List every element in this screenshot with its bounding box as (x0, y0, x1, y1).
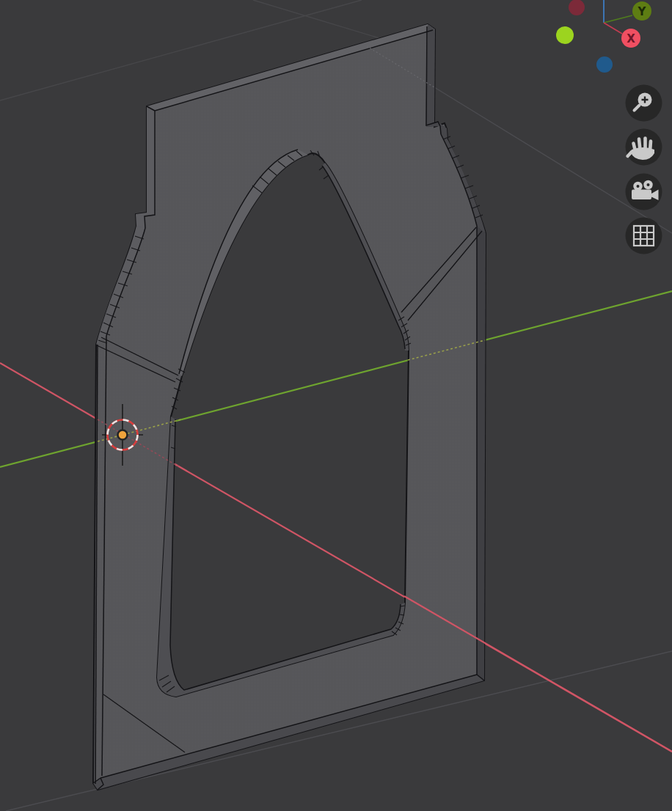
pan-button[interactable] (626, 129, 662, 166)
camera-view-button[interactable] (626, 174, 662, 210)
gizmo-neg-x-handle[interactable] (569, 0, 585, 15)
orthographic-grid-button[interactable] (626, 218, 662, 254)
gizmo-y-handle[interactable]: Y (632, 1, 651, 21)
cursor-center-dot (118, 430, 128, 440)
gizmo-y-label: Y (638, 5, 647, 18)
zoom-button[interactable] (626, 85, 662, 122)
gizmo-neg-z-handle[interactable] (596, 56, 613, 73)
viewport-canvas[interactable]: Y X (0, 0, 672, 811)
blender-3d-viewport: Y X (0, 0, 672, 811)
gizmo-x-label: X (627, 32, 635, 45)
right-upper-side-face (426, 24, 435, 127)
orthographic-grid-button-bg[interactable] (626, 218, 662, 254)
gizmo-x-handle[interactable]: X (621, 29, 640, 48)
right-lower-side-face (477, 226, 486, 680)
gizmo-neg-y-handle[interactable] (556, 26, 574, 44)
